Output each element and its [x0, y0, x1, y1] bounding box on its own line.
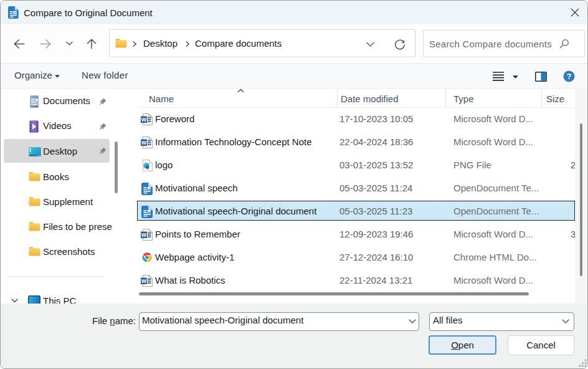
svg-text:W: W	[141, 117, 147, 123]
svg-text:?: ?	[567, 72, 572, 81]
